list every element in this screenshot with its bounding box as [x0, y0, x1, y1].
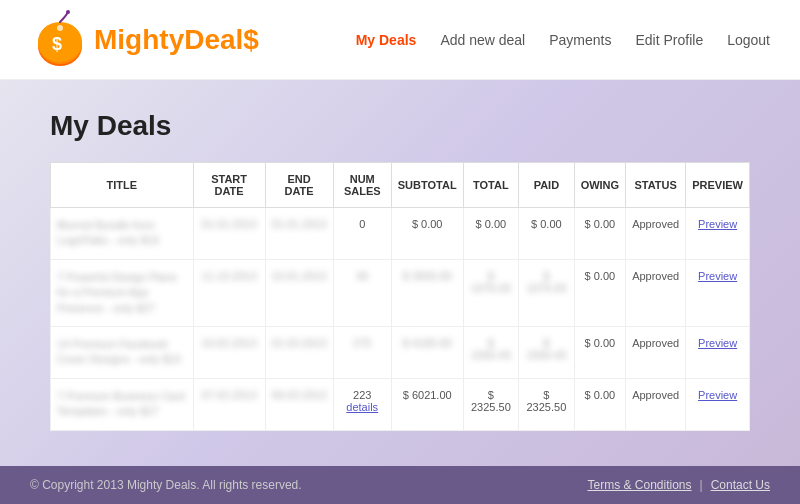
- nav-item-add-deal[interactable]: Add new deal: [440, 32, 525, 48]
- cell-preview[interactable]: Preview: [686, 208, 750, 260]
- cell-owing: $ 0.00: [574, 259, 626, 326]
- cell-title: 7 Premium Business Card Templates - only…: [51, 378, 194, 430]
- cell-num-sales: 0: [333, 208, 391, 260]
- cell-total: $ 1076.00: [463, 259, 519, 326]
- cell-status: Approved: [626, 378, 686, 430]
- cell-paid: $ 1076.00: [519, 259, 575, 326]
- cell-num-sales[interactable]: 223details: [333, 378, 391, 430]
- cell-subtotal: $ 0.00: [391, 208, 463, 260]
- cell-owing: $ 0.00: [574, 208, 626, 260]
- cell-title: 7 Powerful Design Plans for a Premium Ap…: [51, 259, 194, 326]
- cell-start-date: 11.10.2013: [193, 259, 265, 326]
- col-header-preview: Preview: [686, 163, 750, 208]
- table-body: Blurred Bundle from LogoFlalio - only $1…: [51, 208, 750, 431]
- nav-item-logout[interactable]: Logout: [727, 32, 770, 48]
- cell-num-sales: 46: [333, 259, 391, 326]
- table-row: 7 Premium Business Card Templates - only…: [51, 378, 750, 430]
- cell-title: Blurred Bundle from LogoFlalio - only $1…: [51, 208, 194, 260]
- cell-end-date: 01.03.2013: [265, 326, 333, 378]
- cell-end-date: 10.01.2013: [265, 259, 333, 326]
- logo: $ MightyDeal$: [30, 10, 259, 70]
- header: $ MightyDeal$ My DealsAdd new dealPaymen…: [0, 0, 800, 80]
- page-title: My Deals: [50, 110, 750, 142]
- cell-num-sales: 275: [333, 326, 391, 378]
- preview-link[interactable]: Preview: [698, 270, 737, 282]
- cell-owing: $ 0.00: [574, 326, 626, 378]
- col-header-title: Title: [51, 163, 194, 208]
- cell-paid: $ 0.00: [519, 208, 575, 260]
- cell-total: $ 2325.50: [463, 378, 519, 430]
- preview-link[interactable]: Preview: [698, 389, 737, 401]
- table-row: Blurred Bundle from LogoFlalio - only $1…: [51, 208, 750, 260]
- cell-preview[interactable]: Preview: [686, 378, 750, 430]
- cell-start-date: 07.02.2013: [193, 378, 265, 430]
- footer-link-contact[interactable]: Contact Us: [711, 478, 770, 492]
- cell-total: $ 1560.40: [463, 326, 519, 378]
- footer-link-terms[interactable]: Terms & Conditions: [587, 478, 691, 492]
- table-row: 7 Powerful Design Plans for a Premium Ap…: [51, 259, 750, 326]
- cell-paid: $ 1560.40: [519, 326, 575, 378]
- footer-copyright: © Copyright 2013 Mighty Deals. All right…: [30, 478, 302, 492]
- logo-main-text: Mighty: [94, 24, 184, 55]
- cell-status: Approved: [626, 208, 686, 260]
- col-header-owing: Owing: [574, 163, 626, 208]
- nav-item-my-deals[interactable]: My Deals: [356, 32, 417, 48]
- col-header-status: Status: [626, 163, 686, 208]
- cell-subtotal: $ 6021.00: [391, 378, 463, 430]
- preview-link[interactable]: Preview: [698, 337, 737, 349]
- col-header-subtotal: Subtotal: [391, 163, 463, 208]
- logo-text: MightyDeal$: [94, 24, 259, 56]
- svg-point-3: [66, 10, 70, 14]
- navigation: My DealsAdd new dealPaymentsEdit Profile…: [356, 32, 770, 48]
- footer: © Copyright 2013 Mighty Deals. All right…: [0, 466, 800, 504]
- cell-end-date: 01.01.2013: [265, 208, 333, 260]
- cell-start-date: 01.01.2013: [193, 208, 265, 260]
- col-header-total: Total: [463, 163, 519, 208]
- deals-table: TitleStart DateEnd DateNum SalesSubtotal…: [50, 162, 750, 431]
- cell-status: Approved: [626, 259, 686, 326]
- cell-subtotal: $ 3950.00: [391, 259, 463, 326]
- col-header-paid: Paid: [519, 163, 575, 208]
- logo-accent-text: Deal$: [184, 24, 259, 55]
- cell-preview[interactable]: Preview: [686, 326, 750, 378]
- cell-subtotal: $ 4185.00: [391, 326, 463, 378]
- footer-separator: |: [700, 478, 703, 492]
- cell-preview[interactable]: Preview: [686, 259, 750, 326]
- cell-end-date: 06.03.2013: [265, 378, 333, 430]
- cell-start-date: 10.02.2013: [193, 326, 265, 378]
- table-header-row: TitleStart DateEnd DateNum SalesSubtotal…: [51, 163, 750, 208]
- col-header-num-sales: Num Sales: [333, 163, 391, 208]
- cell-status: Approved: [626, 326, 686, 378]
- details-link[interactable]: details: [340, 401, 385, 413]
- preview-link[interactable]: Preview: [698, 218, 737, 230]
- main-content: My Deals TitleStart DateEnd DateNum Sale…: [0, 80, 800, 451]
- nav-item-payments[interactable]: Payments: [549, 32, 611, 48]
- col-header-start-date: Start Date: [193, 163, 265, 208]
- cell-total: $ 0.00: [463, 208, 519, 260]
- nav-item-edit-profile[interactable]: Edit Profile: [635, 32, 703, 48]
- svg-text:$: $: [52, 34, 62, 54]
- cell-paid: $ 2325.50: [519, 378, 575, 430]
- col-header-end-date: End Date: [265, 163, 333, 208]
- table-row: 14 Premium Facebook Cover Designs - only…: [51, 326, 750, 378]
- table-header: TitleStart DateEnd DateNum SalesSubtotal…: [51, 163, 750, 208]
- cell-owing: $ 0.00: [574, 378, 626, 430]
- footer-links: Terms & Conditions|Contact Us: [587, 478, 770, 492]
- svg-point-4: [57, 25, 63, 31]
- logo-icon: $: [30, 10, 90, 70]
- cell-title: 14 Premium Facebook Cover Designs - only…: [51, 326, 194, 378]
